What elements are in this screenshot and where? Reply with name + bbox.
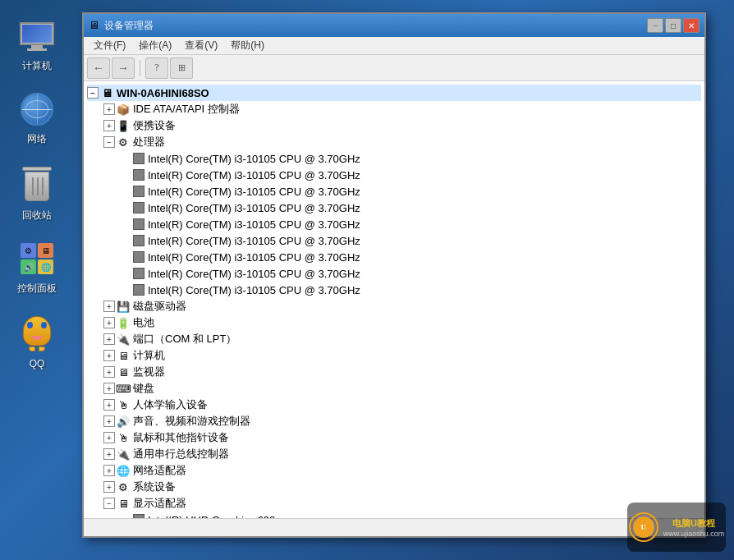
close-button[interactable]: ✕: [683, 18, 700, 33]
help-button[interactable]: ?: [145, 57, 168, 79]
tree-item[interactable]: +🔋电池: [87, 314, 701, 331]
collapse-button[interactable]: −: [103, 498, 115, 509]
menu-view[interactable]: 查看(V): [178, 37, 224, 54]
tree-item[interactable]: Intel(R) Core(TM) i3-10105 CPU @ 3.70GHz: [87, 200, 701, 216]
tree-item[interactable]: +📱便携设备: [87, 117, 701, 134]
tree-node-label: Intel(R) Core(TM) i3-10105 CPU @ 3.70GHz: [148, 284, 360, 296]
watermark-circle: U: [629, 512, 658, 542]
back-button[interactable]: ←: [87, 57, 110, 79]
tree-item[interactable]: +🖥监视器: [87, 364, 701, 380]
tree-node-icon: 🔊: [117, 415, 130, 428]
expand-button[interactable]: +: [103, 120, 115, 131]
expand-button[interactable]: +: [103, 350, 115, 361]
minimize-button[interactable]: −: [647, 18, 663, 33]
tree-item[interactable]: +🔊声音、视频和游戏控制器: [87, 413, 701, 429]
processor-chip-icon: [133, 153, 145, 164]
tree-item[interactable]: −🖥显示适配器: [87, 495, 701, 512]
expand-button[interactable]: +: [103, 301, 115, 312]
tree-node-icon: 🖥: [117, 365, 130, 379]
expand-button[interactable]: +: [103, 333, 115, 345]
tree-node-label: Intel(R) Core(TM) i3-10105 CPU @ 3.70GHz: [148, 153, 360, 165]
tree-node-label: 监视器: [133, 365, 165, 379]
expand-button[interactable]: +: [103, 448, 115, 460]
tree-item[interactable]: +🔌端口（COM 和 LPT）: [87, 331, 701, 347]
tree-item[interactable]: +⌨键盘: [87, 380, 701, 397]
tree-node-icon: 📦: [117, 103, 130, 116]
menu-help[interactable]: 帮助(H): [224, 37, 271, 54]
menu-action[interactable]: 操作(A): [132, 37, 178, 54]
tree-item[interactable]: Intel(R) Core(TM) i3-10105 CPU @ 3.70GHz: [87, 249, 701, 265]
tree-node-label: Intel(R) Core(TM) i3-10105 CPU @ 3.70GHz: [148, 186, 360, 198]
tree-content[interactable]: −🖥WIN-0A6HINI68SO+📦IDE ATA/ATAPI 控制器+📱便携…: [84, 81, 704, 518]
computer-icon[interactable]: 计算机: [4, 16, 70, 73]
watermark: U 电脑U教程 www.ujiaoshu.com: [627, 503, 726, 552]
processor-chip-icon: [133, 284, 145, 296]
tree-item[interactable]: +📦IDE ATA/ATAPI 控制器: [87, 101, 701, 117]
collapse-button[interactable]: −: [87, 87, 99, 99]
processor-chip-icon: [133, 169, 145, 181]
tree-node-icon: 🔋: [117, 316, 130, 329]
tree-item[interactable]: +🖱人体学输入设备: [87, 397, 701, 413]
tree-node-icon: 🖥: [117, 497, 130, 510]
expand-button[interactable]: +: [103, 317, 115, 328]
tree-node-label: 系统设备: [133, 480, 176, 494]
control-panel-label: 控制面板: [17, 282, 57, 296]
expand-button[interactable]: +: [103, 399, 115, 411]
control-panel-icon[interactable]: ⚙ 🖥 🔊 🌐 控制面板: [4, 239, 70, 296]
tree-node-label: 鼠标和其他指针设备: [133, 430, 229, 445]
tree-node-icon: ⚙: [117, 480, 130, 493]
menu-bar: 文件(F) 操作(A) 查看(V) 帮助(H): [84, 37, 704, 55]
tree-item[interactable]: Intel(R) Core(TM) i3-10105 CPU @ 3.70GHz: [87, 232, 701, 249]
tree-item[interactable]: Intel(R) Core(TM) i3-10105 CPU @ 3.70GHz: [87, 150, 701, 167]
expand-button[interactable]: +: [103, 465, 115, 476]
desktop-icon-bar: 计算机 网络: [0, 0, 74, 560]
tree-node-icon: 🖱: [117, 431, 130, 444]
processor-chip-icon: [133, 251, 145, 263]
expand-button[interactable]: +: [103, 415, 115, 427]
tree-item[interactable]: Intel(R) Core(TM) i3-10105 CPU @ 3.70GHz: [87, 183, 701, 200]
title-bar-buttons: − □ ✕: [647, 18, 700, 33]
tree-item[interactable]: −⚙处理器: [87, 134, 701, 150]
expand-button[interactable]: +: [103, 103, 115, 115]
tree-item[interactable]: Intel(R) Core(TM) i3-10105 CPU @ 3.70GHz: [87, 216, 701, 232]
tree-item[interactable]: Intel(R) Core(TM) i3-10105 CPU @ 3.70GHz: [87, 282, 701, 298]
tree-item[interactable]: Intel(R) Core(TM) i3-10105 CPU @ 3.70GHz: [87, 265, 701, 282]
tree-node-label: 电池: [133, 315, 154, 330]
tree-node-label: 显示适配器: [133, 496, 186, 511]
expand-button[interactable]: +: [103, 366, 115, 378]
tree-item[interactable]: +🌐网络适配器: [87, 462, 701, 479]
tree-item[interactable]: +⚙系统设备: [87, 479, 701, 495]
tree-node-label: 通用串行总线控制器: [133, 447, 229, 461]
device-manager-window: 🖥 设备管理器 − □ ✕ 文件(F) 操作(A) 查看(V) 帮助(H) ← …: [82, 12, 706, 538]
tree-item[interactable]: +💾磁盘驱动器: [87, 298, 701, 314]
tree-item[interactable]: +🖱鼠标和其他指针设备: [87, 429, 701, 446]
tree-node-label: 处理器: [133, 135, 165, 149]
processor-chip-icon: [133, 202, 145, 213]
tree-item[interactable]: +🔌通用串行总线控制器: [87, 446, 701, 462]
tree-node-icon: 🖥: [100, 86, 113, 99]
desktop: 计算机 网络: [0, 0, 734, 560]
expand-button[interactable]: +: [103, 481, 115, 493]
status-bar: [84, 518, 704, 536]
processor-chip-icon: [133, 235, 145, 246]
recycle-icon[interactable]: 回收站: [4, 163, 70, 223]
collapse-button[interactable]: −: [103, 136, 115, 148]
network-icon[interactable]: 网络: [4, 90, 70, 146]
tree-node-label: 声音、视频和游戏控制器: [133, 414, 250, 429]
menu-file[interactable]: 文件(F): [87, 37, 132, 54]
expand-button[interactable]: +: [103, 383, 115, 394]
tree-item[interactable]: Intel(R) UHD Graphics 630: [87, 512, 701, 518]
maximize-button[interactable]: □: [665, 18, 681, 33]
tree-item[interactable]: −🖥WIN-0A6HINI68SO: [87, 85, 701, 101]
tree-node-label: Intel(R) Core(TM) i3-10105 CPU @ 3.70GHz: [148, 268, 360, 280]
tree-node-label: IDE ATA/ATAPI 控制器: [133, 102, 240, 117]
tree-node-icon: 🔌: [117, 333, 130, 346]
forward-button[interactable]: →: [112, 57, 135, 79]
tree-node-icon: ⌨: [117, 382, 130, 395]
expand-button[interactable]: +: [103, 432, 115, 443]
grid-button[interactable]: ⊞: [170, 57, 193, 79]
tree-item[interactable]: +🖥计算机: [87, 347, 701, 364]
tree-item[interactable]: Intel(R) Core(TM) i3-10105 CPU @ 3.70GHz: [87, 167, 701, 183]
qq-icon[interactable]: QQ: [4, 312, 70, 370]
tree-node-label: WIN-0A6HINI68SO: [117, 87, 209, 99]
